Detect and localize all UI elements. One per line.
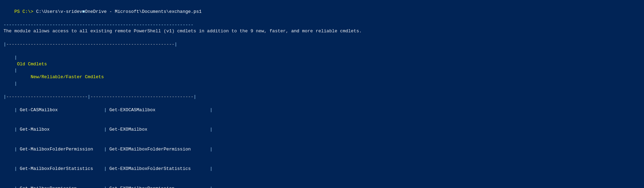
- module-description: The module allows access to all existing…: [3, 28, 641, 35]
- table-header-row: | Old Cmdlets | New/Reliable/Faster Cmdl…: [3, 48, 641, 94]
- terminal-title-line: PS C:\> C:\Users\v-sridev■OneDrive - Mic…: [3, 2, 641, 22]
- prompt-prefix: PS C:\>: [14, 9, 33, 14]
- table-header-sep: |------------------------------|--------…: [3, 94, 641, 100]
- table-row-2: | Get-Mailbox | Get-EXOMailbox |: [3, 120, 641, 140]
- terminal-window: PS C:\> C:\Users\v-sridev■OneDrive - Mic…: [3, 2, 641, 188]
- blank-line-1: [3, 35, 641, 41]
- table-row-3: | Get-MailboxFolderPermission | Get-EXOM…: [3, 140, 641, 160]
- table-row-1: | Get-CASMailbox | Get-EXOCASMailbox |: [3, 100, 641, 120]
- table-row-5: | Get-MailboxPermission | Get-EXOMailbox…: [3, 179, 641, 188]
- table-row-4: | Get-MailboxFolderStatistics | Get-EXOM…: [3, 159, 641, 179]
- separator-1: ----------------------------------------…: [3, 22, 641, 28]
- table-top-border: |---------------------------------------…: [3, 41, 641, 48]
